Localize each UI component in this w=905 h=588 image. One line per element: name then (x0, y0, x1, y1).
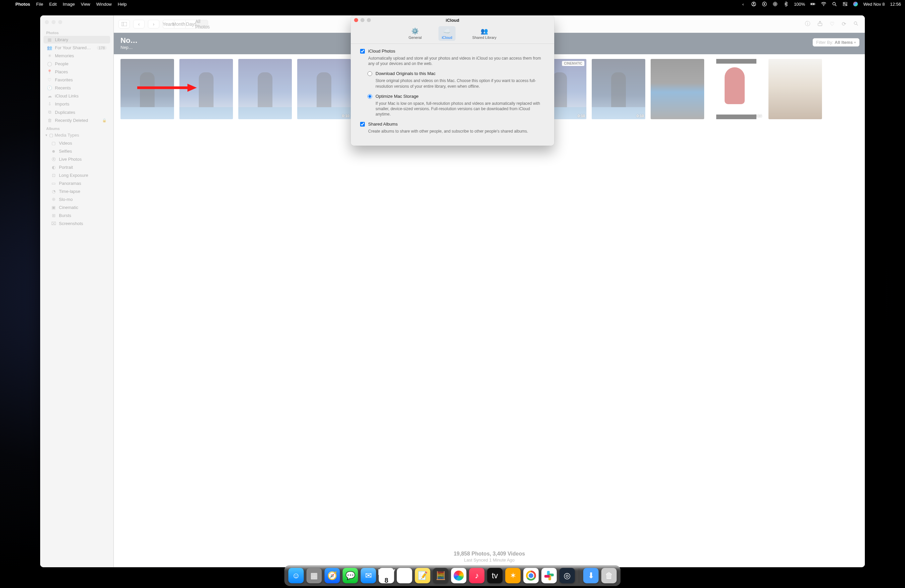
dock-finder[interactable]: ☺ (289, 568, 304, 583)
dock-slack[interactable] (541, 568, 557, 583)
filter-dropdown[interactable]: Filter By: All Items ▾ (813, 38, 859, 46)
spotlight-icon[interactable] (832, 2, 837, 7)
sidebar-media-types[interactable]: ▼ ▢ Media Types (43, 131, 111, 139)
sidebar-item-memories[interactable]: ✳ Memories (43, 52, 110, 60)
download-originals-radio[interactable] (367, 72, 372, 76)
cloud-icon: ☁ (47, 94, 52, 99)
sidebar-item-recently-deleted[interactable]: 🗑 Recently Deleted 🔒 (43, 116, 110, 124)
opt-icloud-photos: iCloud Photos Automatically upload and s… (359, 49, 546, 66)
dock-calculator[interactable]: 🧮 (433, 568, 448, 583)
apple-menu-icon[interactable] (4, 2, 10, 7)
info-icon[interactable]: ⓘ (803, 21, 812, 27)
sidebar-item-people[interactable]: ◯ People (43, 60, 110, 68)
app-name[interactable]: Photos (15, 2, 30, 7)
sidebar-sub-portrait[interactable]: ◐Portrait (43, 164, 110, 171)
zoom-icon[interactable] (367, 18, 371, 22)
menu-view[interactable]: View (81, 2, 90, 7)
photo-thumbnail[interactable]: 0:14 (710, 59, 763, 119)
photo-thumbnail[interactable]: 0:10 (592, 59, 645, 119)
photo-thumbnail[interactable]: 0:10 (297, 59, 351, 119)
gear-icon: ⚙️ (411, 27, 419, 35)
menu-image[interactable]: Image (63, 2, 75, 7)
sidebar-sub-selfies[interactable]: ☻Selfies (43, 147, 110, 155)
sidebar-item-places[interactable]: 📍 Places (43, 68, 110, 76)
view-months[interactable]: Months (174, 20, 186, 29)
icloud-photos-checkbox[interactable] (360, 49, 365, 54)
dock-mail[interactable]: ✉︎ (361, 568, 376, 583)
dock-tv[interactable]: tv (487, 568, 503, 583)
battery-percent: 100% (794, 2, 805, 7)
photo-thumbnail[interactable] (238, 59, 292, 119)
view-segmented: Years Months Days All Photos (163, 20, 208, 29)
svg-point-1 (753, 3, 754, 4)
sidebar-item-library[interactable]: ▦ Library (43, 36, 110, 43)
menu-edit[interactable]: Edit (49, 2, 57, 7)
menu-window[interactable]: Window (96, 2, 112, 7)
siri-icon[interactable] (853, 2, 858, 6)
photo-thumbnail[interactable] (179, 59, 233, 119)
bluetooth-icon[interactable] (783, 2, 789, 7)
dock-launchpad[interactable]: ▦ (306, 568, 322, 583)
toggle-sidebar-button[interactable] (119, 20, 130, 29)
menubar-date[interactable]: Wed Nov 8 (863, 2, 884, 7)
sidebar-sub-timelapse[interactable]: ◔Time-lapse (43, 188, 110, 195)
search-icon[interactable] (851, 21, 860, 27)
dock-app[interactable]: ✶ (505, 568, 521, 583)
sheet-traffic-lights[interactable] (354, 18, 371, 22)
sidebar-item-favorites[interactable]: ♡ Favorites (43, 76, 110, 84)
dock-music[interactable]: ♪ (469, 568, 484, 583)
svg-rect-17 (122, 22, 127, 26)
dock-reminders[interactable]: ☰ (397, 568, 412, 583)
sidebar-sub-cinematic[interactable]: ▣Cinematic (43, 203, 110, 211)
dock-messages[interactable]: 💬 (343, 568, 358, 583)
sidebar-item-recents[interactable]: 🕘 Recents (43, 84, 110, 92)
sidebar-sub-videos[interactable]: ▢Videos (43, 139, 110, 147)
dock-notes[interactable]: 📝 (415, 568, 430, 583)
user-icon[interactable] (751, 2, 756, 7)
dock-chrome[interactable] (524, 568, 539, 583)
back-button[interactable]: ‹ (133, 20, 144, 29)
tab-icloud[interactable]: ☁️iCloud (438, 26, 456, 41)
minimize-icon[interactable] (360, 18, 365, 22)
sidebar-item-icloud-links[interactable]: ☁ iCloud Links (43, 92, 110, 100)
tab-general[interactable]: ⚙️General (405, 26, 425, 41)
menu-help[interactable]: Help (118, 2, 127, 7)
photo-thumbnail[interactable] (768, 59, 822, 119)
sidebar-item-shared[interactable]: 👥 For Your Shared… 178 (43, 44, 110, 52)
sidebar-sub-panoramas[interactable]: ▭Panoramas (43, 180, 110, 187)
photo-thumbnail[interactable] (121, 59, 174, 119)
airdrop-icon[interactable] (772, 2, 778, 7)
window-traffic-lights[interactable] (45, 20, 62, 24)
rotate-icon[interactable]: ⟳ (840, 21, 848, 27)
chevron-left-icon[interactable]: ‹ (740, 2, 746, 7)
dock-trash[interactable]: 🗑 (602, 568, 617, 583)
view-all-photos[interactable]: All Photos (197, 20, 208, 29)
menu-file[interactable]: File (36, 2, 43, 7)
close-icon[interactable] (354, 18, 358, 22)
dock-downloads[interactable]: ⬇︎ (583, 568, 599, 583)
dock-calendar[interactable]: NOV8 (379, 568, 394, 583)
optimize-storage-radio[interactable] (367, 94, 372, 99)
sidebar-sub-screenshots[interactable]: ⌧Screenshots (43, 220, 110, 227)
now-playing-icon[interactable] (762, 2, 767, 7)
sidebar-item-duplicates[interactable]: ⧉ Duplicates (43, 108, 110, 116)
dock-steam[interactable]: ◎ (560, 568, 575, 583)
dock-photos[interactable] (451, 568, 467, 583)
sidebar-sub-slomo[interactable]: ❊Slo-mo (43, 195, 110, 203)
menubar-time[interactable]: 12:56 (890, 2, 901, 7)
photo-thumbnail[interactable] (651, 59, 704, 119)
sidebar-sub-bursts[interactable]: ⊞Bursts (43, 211, 110, 219)
sidebar-sub-live[interactable]: ⦿Live Photos (43, 156, 110, 163)
share-icon[interactable] (816, 21, 824, 27)
sidebar-item-imports[interactable]: ⇩ Imports (43, 100, 110, 108)
dock-safari[interactable]: 🧭 (325, 568, 340, 583)
shared-albums-checkbox[interactable] (360, 122, 365, 127)
control-center-icon[interactable] (842, 2, 848, 7)
wifi-icon[interactable] (821, 2, 826, 7)
svg-point-11 (833, 2, 835, 5)
library-stats: 19,858 Photos, 3,409 Videos Last Synced … (114, 551, 865, 563)
forward-button[interactable]: › (148, 20, 159, 29)
tab-shared-library[interactable]: 👥Shared Library (469, 26, 500, 41)
favorite-icon[interactable]: ♡ (828, 21, 837, 27)
sidebar-sub-long-exposure[interactable]: ⊡Long Exposure (43, 172, 110, 179)
